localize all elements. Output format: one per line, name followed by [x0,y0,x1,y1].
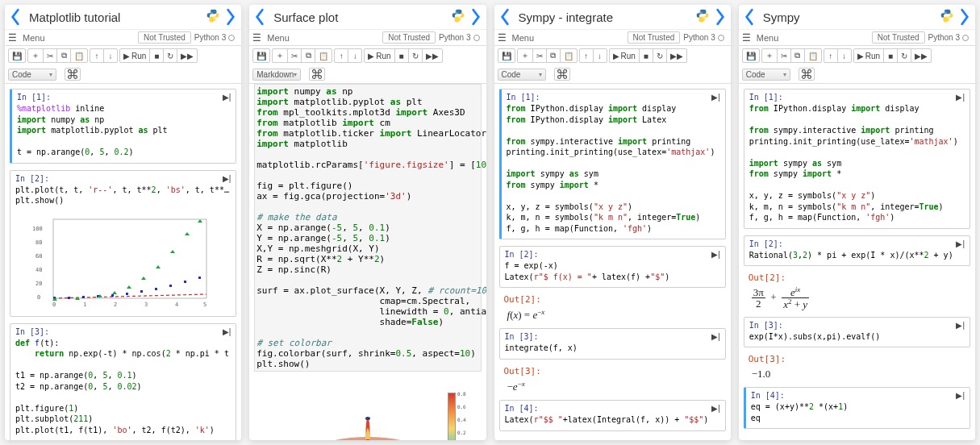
forward-icon[interactable] [225,8,236,26]
restart-run-all-button[interactable]: ▶▶ [422,48,443,63]
code-cell[interactable]: import numpy as np import matplotlib.pyp… [254,84,481,372]
insert-cell-button[interactable]: ＋ [27,48,44,63]
celltype-select[interactable]: Code▾ [8,69,56,81]
celltype-select[interactable]: Code▾ [742,69,790,81]
run-cell-icon[interactable]: ▶| [956,239,965,248]
move-down-button[interactable]: ↓ [348,48,362,63]
run-cell-icon[interactable]: ▶| [223,327,231,336]
menu-button[interactable]: ☰ Menu [498,32,535,44]
cut-cell-button[interactable]: ✂ [287,48,302,63]
insert-cell-button[interactable]: ＋ [517,48,533,63]
paste-cell-button[interactable]: 📋 [804,48,822,63]
cut-cell-button[interactable]: ✂ [777,48,791,63]
code-cell[interactable]: In [3]: ▶| integrate(f, x) [499,328,726,360]
code-cell[interactable]: In [2]: ▶| f = exp(-x) Latex(r"$ f(x) = … [499,246,726,288]
back-icon[interactable] [10,8,21,26]
back-icon[interactable] [499,8,511,26]
code-input[interactable]: from IPython.display import display from… [502,102,725,239]
menu-button[interactable]: ☰ Menu [8,32,45,44]
run-button[interactable]: ▶Run [609,48,640,63]
code-input[interactable]: eq = (x+y)**2 *(x+1) eq [746,400,970,428]
move-up-button[interactable]: ↑ [824,48,838,63]
command-palette-button[interactable]: ⌘ [799,68,815,81]
forward-icon[interactable] [959,8,970,26]
trust-indicator[interactable]: Not Trusted [382,31,436,44]
insert-cell-button[interactable]: ＋ [272,48,288,63]
kernel-indicator[interactable]: Python 3 [194,33,238,42]
run-cell-icon[interactable]: ▶| [956,321,965,330]
move-down-button[interactable]: ↓ [593,48,607,63]
kernel-indicator[interactable]: Python 3 [683,33,727,42]
interrupt-button[interactable]: ■ [883,48,898,63]
run-button[interactable]: ▶Run [364,48,394,63]
menu-button[interactable]: ☰ Menu [742,32,779,44]
move-up-button[interactable]: ↑ [334,48,348,63]
save-button[interactable]: 💾 [8,48,26,63]
code-input[interactable]: from IPython.display import display from… [744,102,970,228]
forward-icon[interactable] [470,8,482,26]
trust-indicator[interactable]: Not Trusted [628,31,681,44]
code-input[interactable]: Latex(r"$$ "+latex(Integral(f, x)) + "$$… [500,413,725,430]
run-cell-icon[interactable]: ▶| [223,174,231,183]
code-cell[interactable]: In [2]: ▶| Rational(3,2) * pi + exp(I * … [744,235,970,267]
interrupt-button[interactable]: ■ [149,48,164,63]
paste-cell-button[interactable]: 📋 [315,48,332,63]
code-cell[interactable]: In [1]: ▶| from IPython.display import d… [744,89,970,229]
run-button[interactable]: ▶Run [119,48,150,63]
restart-run-all-button[interactable]: ▶▶ [177,48,198,63]
code-cell[interactable]: In [4]: ▶| Latex(r"$$ "+latex(Integral(f… [499,400,726,431]
code-cell[interactable]: In [1]: ▶| from IPython.display import d… [499,89,726,239]
run-cell-icon[interactable]: ▶| [711,93,720,102]
back-icon[interactable] [744,8,755,26]
back-icon[interactable] [254,8,265,26]
interrupt-button[interactable]: ■ [394,48,409,63]
code-cell[interactable]: In [1]: ▶| %matplotlib inline import num… [10,89,236,164]
trust-indicator[interactable]: Not Trusted [138,31,191,44]
code-input[interactable]: %matplotlib inline import numpy as np im… [12,102,236,163]
command-palette-button[interactable]: ⌘ [65,68,81,81]
command-palette-button[interactable]: ⌘ [554,68,570,81]
restart-button[interactable]: ↻ [163,48,177,63]
move-up-button[interactable]: ↑ [579,48,594,63]
restart-run-all-button[interactable]: ▶▶ [666,48,687,63]
kernel-indicator[interactable]: Python 3 [928,33,972,42]
celltype-select[interactable]: Markdown▾ [252,69,301,81]
code-input[interactable]: Rational(3,2) * pi + exp(I * x)/(x**2 + … [744,248,970,266]
move-down-button[interactable]: ↓ [103,48,118,63]
code-input[interactable]: exp(I*x).subs(x,pi).evalf() [744,330,970,347]
move-down-button[interactable]: ↓ [837,48,852,63]
insert-cell-button[interactable]: ＋ [761,48,778,63]
forward-icon[interactable] [715,8,726,26]
run-cell-icon[interactable]: ▶| [223,93,231,102]
copy-cell-button[interactable]: ⧉ [546,48,561,63]
restart-run-all-button[interactable]: ▶▶ [911,48,932,63]
code-input[interactable]: def f(t): return np.exp(-t) * np.cos(2 *… [10,336,236,441]
code-cell[interactable]: In [4]: ▶| eq = (x+y)**2 *(x+1) eq [744,387,970,429]
run-cell-icon[interactable]: ▶| [956,93,965,102]
code-input[interactable]: plt.plot(t, t, 'r--', t, t**2, 'bs', t, … [10,183,236,211]
celltype-select[interactable]: Code▾ [498,69,546,81]
paste-cell-button[interactable]: 📋 [70,48,88,63]
code-cell[interactable]: In [3]: ▶| exp(I*x).subs(x,pi).evalf() [744,317,970,348]
cut-cell-button[interactable]: ✂ [532,48,547,63]
save-button[interactable]: 💾 [252,48,270,63]
command-palette-button[interactable]: ⌘ [309,68,325,81]
code-cell[interactable]: In [3]: ▶| def f(t): return np.exp(-t) *… [10,323,236,441]
run-cell-icon[interactable]: ▶| [711,250,720,259]
restart-button[interactable]: ↻ [408,48,423,63]
run-cell-icon[interactable]: ▶| [711,404,720,413]
code-input[interactable]: integrate(f, x) [500,341,725,359]
restart-button[interactable]: ↻ [897,48,911,63]
interrupt-button[interactable]: ■ [639,48,653,63]
cut-cell-button[interactable]: ✂ [43,48,57,63]
restart-button[interactable]: ↻ [653,48,667,63]
code-input[interactable]: import numpy as np import matplotlib.pyp… [256,86,478,369]
copy-cell-button[interactable]: ⧉ [790,48,805,63]
run-cell-icon[interactable]: ▶| [956,391,965,400]
code-cell[interactable]: In [2]: ▶| plt.plot(t, t, 'r--', t, t**2… [10,170,236,317]
save-button[interactable]: 💾 [498,48,515,63]
code-input[interactable]: f = exp(-x) Latex(r"$ f(x) = "+ latex(f)… [500,259,725,287]
paste-cell-button[interactable]: 📋 [560,48,578,63]
run-button[interactable]: ▶Run [853,48,884,63]
save-button[interactable]: 💾 [742,48,760,63]
